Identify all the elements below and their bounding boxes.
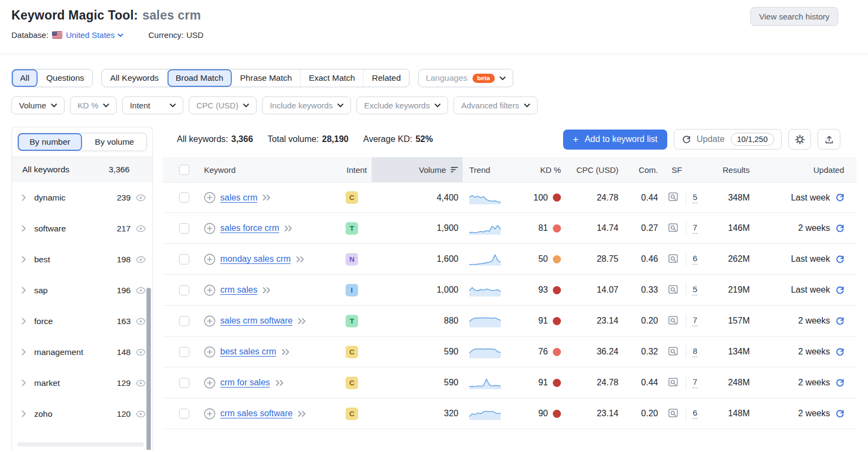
scrollbar-thumb[interactable] — [146, 288, 151, 450]
results-value: 219M — [705, 285, 754, 295]
view-search-history-button[interactable]: View search history — [750, 7, 838, 26]
sf-count[interactable]: 5 — [692, 192, 698, 203]
filter-exclude-keywords[interactable]: Exclude keywords — [356, 96, 448, 114]
eye-toggle[interactable] — [136, 287, 146, 294]
tab-phrase-match[interactable]: Phrase Match — [232, 69, 301, 87]
volume-value: 1,000 — [372, 285, 463, 295]
chevron-right-icon — [22, 225, 26, 232]
settings-button[interactable] — [788, 129, 811, 150]
keyword-link[interactable]: crm sales — [220, 285, 257, 295]
refresh-keyword-button[interactable] — [835, 255, 844, 264]
refresh-keyword-button[interactable] — [835, 347, 844, 357]
serp-features-icon — [668, 316, 680, 326]
keyword-link[interactable]: sales crm software — [220, 316, 292, 326]
all-keywords-count: 3,366 — [108, 165, 130, 175]
filter-advanced-filters[interactable]: Advanced filters — [454, 96, 538, 114]
sf-count[interactable]: 6 — [692, 408, 698, 419]
row-checkbox[interactable] — [179, 378, 189, 388]
filter-include-keywords[interactable]: Include keywords — [262, 96, 351, 114]
us-flag-icon — [52, 31, 62, 38]
sf-count[interactable]: 5 — [692, 285, 698, 295]
divider — [686, 407, 686, 420]
row-checkbox[interactable] — [179, 347, 189, 357]
filter-label: Advanced filters — [461, 101, 519, 110]
eye-toggle[interactable] — [136, 256, 146, 263]
row-checkbox[interactable] — [179, 254, 189, 264]
filter-kd[interactable]: KD % — [70, 96, 117, 114]
keyword-link[interactable]: monday sales crm — [220, 254, 291, 264]
scope-tab-group: AllQuestions — [11, 69, 93, 87]
sidebar-group-dynamic[interactable]: dynamic239 — [12, 182, 152, 213]
eye-toggle[interactable] — [136, 194, 146, 202]
sidebar-group-zoho[interactable]: zoho120 — [12, 398, 152, 429]
toggle-by-number[interactable]: By number — [18, 133, 82, 151]
sf-count[interactable]: 7 — [692, 223, 698, 234]
eye-icon — [136, 287, 146, 294]
export-button[interactable] — [818, 129, 840, 150]
eye-toggle[interactable] — [136, 410, 146, 418]
divider — [686, 314, 686, 327]
eye-icon — [136, 379, 146, 387]
eye-toggle[interactable] — [136, 318, 146, 325]
group-count: 196 — [117, 286, 131, 295]
keyword-link[interactable]: crm sales software — [220, 409, 292, 418]
row-checkbox[interactable] — [179, 192, 189, 203]
row-checkbox[interactable] — [179, 223, 189, 234]
tab-broad-match[interactable]: Broad Match — [168, 69, 232, 87]
kd-dot — [553, 410, 561, 418]
update-button[interactable]: Update 10/1,250 — [674, 129, 782, 150]
sidebar-group-market[interactable]: market129 — [12, 367, 152, 398]
filter-volume[interactable]: Volume — [11, 96, 65, 114]
languages-dropdown[interactable]: Languages beta — [418, 69, 513, 87]
expand-keywords-icon — [284, 225, 293, 232]
sf-count[interactable]: 7 — [692, 377, 698, 388]
sidebar-group-software[interactable]: software217 — [12, 213, 152, 244]
row-checkbox[interactable] — [179, 285, 189, 295]
refresh-keyword-button[interactable] — [835, 286, 844, 295]
keyword-link[interactable]: sales force crm — [220, 223, 279, 233]
eye-toggle[interactable] — [136, 379, 146, 387]
sidebar-group-best[interactable]: best198 — [12, 244, 152, 275]
volume-value: 590 — [372, 378, 463, 388]
eye-toggle[interactable] — [136, 348, 146, 356]
add-to-keyword-list-button[interactable]: + Add to keyword list — [563, 130, 667, 150]
database-select[interactable]: United States — [52, 30, 123, 40]
keyword-link[interactable]: best sales crm — [220, 347, 276, 357]
keyword-link[interactable]: crm for sales — [220, 378, 270, 388]
table-row: monday sales crmN1,6005028.750.466262MLa… — [163, 244, 857, 275]
toggle-by-volume[interactable]: By volume — [82, 133, 146, 151]
column-cpc: CPC (USD) — [564, 165, 621, 175]
tab-exact-match[interactable]: Exact Match — [301, 69, 363, 87]
refresh-keyword-button[interactable] — [835, 409, 844, 418]
sidebar-group-force[interactable]: force163 — [12, 306, 152, 337]
filter-cpc-usd[interactable]: CPC (USD) — [189, 96, 257, 114]
tab-all-keywords[interactable]: All Keywords — [102, 69, 168, 87]
sf-count[interactable]: 6 — [692, 254, 698, 264]
trend-sparkline — [469, 314, 501, 328]
select-all-checkbox[interactable] — [179, 165, 189, 175]
sidebar-group-sap[interactable]: sap196 — [12, 275, 152, 306]
refresh-keyword-button[interactable] — [835, 378, 844, 388]
sidebar-scrollbar[interactable] — [146, 287, 151, 444]
filter-intent[interactable]: Intent — [122, 96, 183, 114]
sidebar-horizontal-scrollbar[interactable] — [17, 442, 144, 447]
row-checkbox[interactable] — [179, 316, 189, 326]
column-volume-sort[interactable]: Volume — [372, 157, 463, 182]
row-checkbox[interactable] — [179, 409, 189, 419]
sidebar-group-management[interactable]: management148 — [12, 337, 152, 367]
keyword-link[interactable]: sales crm — [220, 193, 257, 203]
sf-count[interactable]: 8 — [692, 346, 698, 357]
refresh-keyword-button[interactable] — [835, 193, 844, 202]
cpc-value: 24.78 — [564, 378, 621, 388]
updated-value: 2 weeks — [798, 378, 830, 388]
tab-questions[interactable]: Questions — [38, 69, 92, 87]
refresh-keyword-button[interactable] — [835, 317, 844, 326]
all-keywords-row[interactable]: All keywords 3,366 — [12, 157, 152, 182]
sf-count[interactable]: 7 — [692, 315, 698, 326]
refresh-keyword-button[interactable] — [835, 224, 844, 233]
eye-toggle[interactable] — [136, 225, 146, 233]
chevron-right-icon — [22, 379, 26, 386]
languages-label: Languages — [426, 73, 468, 83]
tab-all[interactable]: All — [12, 69, 38, 87]
tab-related[interactable]: Related — [363, 69, 409, 87]
